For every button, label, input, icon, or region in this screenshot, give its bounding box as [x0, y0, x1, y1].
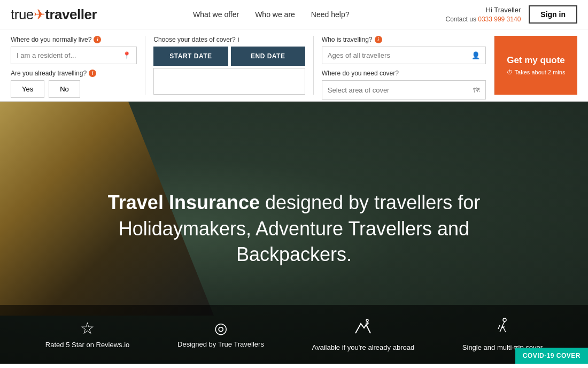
nav-what-offer[interactable]: What we offer — [193, 10, 239, 19]
no-button[interactable]: No — [49, 80, 80, 98]
residence-input-wrapper[interactable]: 📍 — [11, 47, 137, 64]
yes-button[interactable]: Yes — [11, 80, 44, 98]
feature-abroad-label: Available if you're already abroad — [312, 343, 415, 351]
contact-label: Contact us — [446, 16, 476, 23]
residence-input[interactable] — [17, 51, 122, 59]
already-info-icon[interactable]: i — [89, 70, 96, 77]
location-icon: 📍 — [122, 51, 131, 59]
logo-icon: ✈ — [34, 6, 45, 23]
residence-label: Where do you normally live? i — [11, 36, 137, 43]
contact-line: Contact us 0333 999 3140 — [446, 15, 521, 24]
already-label: Are you already travelling? i — [11, 70, 137, 77]
yes-no-group: Yes No — [11, 80, 137, 98]
start-date-button[interactable]: START DATE — [153, 47, 228, 66]
svg-point-2 — [366, 319, 368, 321]
feature-designed: ◎ Designed by True Travellers — [177, 321, 264, 348]
traveller-info-icon[interactable]: i — [375, 36, 382, 43]
hero-headline: Travel Insurance designed by travellers … — [107, 190, 481, 268]
logo-true: true — [11, 6, 34, 22]
header: true✈traveller What we offer Who we are … — [0, 0, 588, 29]
header-right: Hi Traveller Contact us 0333 999 3140 Si… — [446, 5, 577, 24]
hero-section: Travel Insurance designed by travellers … — [0, 102, 588, 364]
cover-label: Where do you need cover? — [322, 70, 486, 77]
hero-headline-bold: Travel Insurance — [108, 191, 260, 213]
covid-badge[interactable]: COVID-19 COVER — [515, 348, 588, 364]
dates-info-icon[interactable]: i — [238, 36, 239, 43]
svg-line-4 — [502, 321, 505, 326]
signin-button[interactable]: Sign in — [529, 5, 577, 24]
residence-section: Where do you normally live? i 📍 Are you … — [11, 36, 145, 95]
date-calendar-area — [153, 68, 305, 95]
nav-who-we-are[interactable]: Who we are — [255, 10, 295, 19]
date-inputs-row: START DATE END DATE — [153, 47, 305, 66]
cover-input-wrapper[interactable]: 🗺 — [322, 80, 486, 99]
main-nav: What we offer Who we are Need help? — [97, 10, 446, 19]
logo[interactable]: true✈traveller — [11, 6, 97, 23]
greeting-block: Hi Traveller Contact us 0333 999 3140 — [446, 5, 521, 24]
hiker-icon — [493, 317, 512, 339]
compass-icon: ◎ — [214, 321, 227, 336]
nav-need-help[interactable]: Need help? — [311, 10, 350, 19]
quote-button-section[interactable]: Get my quote ⏱ Takes about 2 mins — [494, 36, 577, 95]
end-date-button[interactable]: END DATE — [231, 47, 305, 66]
dates-section: Choose your dates of cover? i START DATE… — [145, 36, 314, 95]
mountain-icon — [353, 317, 373, 339]
cover-input[interactable] — [328, 86, 473, 94]
traveller-section: Who is travelling? i 👤 Where do you need… — [314, 36, 494, 95]
feature-multitrip: Single and multi-trip cover — [462, 317, 543, 351]
person-icon: 👤 — [471, 51, 480, 59]
traveller-input-wrapper[interactable]: 👤 — [322, 47, 486, 64]
logo-traveller: traveller — [45, 6, 97, 22]
quote-time-label: ⏱ Takes about 2 mins — [507, 69, 566, 75]
map-icon: 🗺 — [473, 86, 480, 94]
dates-label: Choose your dates of cover? i — [153, 36, 305, 43]
svg-line-5 — [500, 326, 502, 332]
feature-abroad: Available if you're already abroad — [312, 317, 415, 351]
svg-line-8 — [498, 325, 500, 329]
quote-form-bar: Where do you normally live? i 📍 Are you … — [0, 29, 588, 102]
star-icon: ☆ — [80, 320, 95, 336]
feature-designed-label: Designed by True Travellers — [177, 340, 264, 348]
traveller-input[interactable] — [328, 51, 471, 59]
feature-ratings: ☆ Rated 5 Star on Reviews.io — [45, 320, 130, 349]
svg-point-3 — [503, 318, 506, 321]
clock-icon: ⏱ — [507, 69, 513, 75]
features-bar: ☆ Rated 5 Star on Reviews.io ◎ Designed … — [0, 305, 588, 364]
greeting-text: Hi Traveller — [446, 5, 521, 15]
traveller-label: Who is travelling? i — [322, 36, 486, 43]
phone-number[interactable]: 0333 999 3140 — [478, 16, 521, 23]
feature-ratings-label: Rated 5 Star on Reviews.io — [45, 341, 130, 349]
quote-btn-label: Get my quote — [507, 55, 565, 66]
hero-text-block: Travel Insurance designed by travellers … — [107, 190, 481, 268]
residence-info-icon[interactable]: i — [94, 36, 101, 43]
